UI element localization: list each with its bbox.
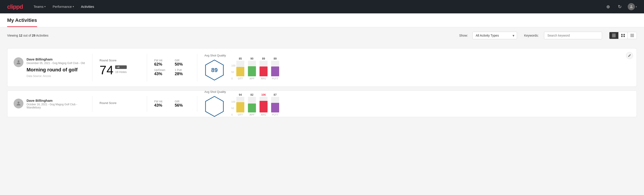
viewing-out-of: out of [23, 34, 31, 37]
bar-arg: 89 ARG [260, 57, 268, 80]
stat-gir-label: GIR [175, 100, 190, 103]
bar-app-fill [248, 104, 256, 112]
round-score-label: Round Score [100, 59, 140, 62]
bar-ott: 85 OTT [236, 57, 244, 80]
viewing-text: Viewing 12 out of 29 Activities [7, 34, 48, 37]
bar-putt: 89 PUTT [271, 57, 279, 80]
nav-item-teams[interactable]: Teams ▾ [34, 0, 46, 14]
bar-app-value: 82 [250, 93, 253, 96]
activity-type-select[interactable]: All Activity Types Round of Golf Practic… [472, 32, 517, 39]
svg-rect-9 [630, 35, 634, 35]
bar-app-label: APP [250, 113, 254, 116]
card-user-section: Dave Billingham December 05, 2021 - Gog … [14, 57, 85, 78]
svg-point-12 [18, 60, 20, 62]
stat-updown: Up/Down 43% [154, 68, 169, 76]
bar-ott: 94 OTT [236, 93, 244, 116]
activity-card: Dave Billingham December 05, 2021 - Gog … [7, 48, 637, 87]
y-label-50: 50 [232, 107, 236, 110]
y-label-100: 100 [232, 100, 236, 103]
user-name: Dave Billingham [26, 57, 85, 61]
filter-bar: Viewing 12 out of 29 Activities Show: Al… [0, 27, 644, 44]
nav-item-activities[interactable]: Activities [81, 0, 94, 14]
svg-point-14 [18, 102, 20, 104]
avg-shot-section: Avg Shot Quality 100 50 0 94 [204, 90, 303, 117]
user-date: October 16, 2021 - Gog Magog Golf Club -… [26, 103, 85, 109]
y-label-50: 50 [232, 71, 236, 74]
stat-fw-hit-label: FW Hit [154, 100, 169, 103]
y-label-100: 100 [232, 64, 236, 67]
user-avatar-row[interactable]: ▾ [628, 3, 637, 10]
svg-point-0 [630, 5, 632, 7]
view-grid-button[interactable] [618, 32, 628, 39]
score-row: 74 +4 18 Holes [100, 64, 140, 76]
round-score-label: Round Score [100, 101, 140, 105]
divider-3 [197, 54, 197, 81]
stat-gir-label: GIR [175, 59, 190, 62]
hexagon-container [204, 95, 224, 117]
stat-1putt-value: 28% [175, 72, 190, 76]
round-score-section: Round Score [100, 101, 140, 106]
add-button[interactable]: ⊕ [604, 3, 612, 10]
bar-app-value: 90 [250, 57, 253, 60]
teams-chevron-icon: ▾ [44, 5, 46, 8]
user-date: December 05, 2021 - Gog Magog Golf Club … [26, 62, 85, 65]
divider-2 [147, 54, 147, 81]
search-input[interactable] [544, 32, 602, 39]
svg-rect-6 [621, 36, 622, 37]
page-title: My Activities [7, 14, 37, 27]
bar-putt-fill [271, 66, 279, 76]
bar-putt: 87 PUTT [271, 93, 279, 116]
bar-arg: 106 ARG [260, 93, 268, 116]
stats-section: FW Hit 43% GIR 56% [154, 100, 190, 108]
bar-arg-fill [260, 101, 268, 112]
divider-3 [197, 96, 197, 112]
svg-rect-7 [624, 36, 625, 37]
stat-updown-label: Up/Down [154, 68, 169, 72]
score-badge: +4 [115, 65, 126, 69]
bar-app: 90 APP [248, 57, 256, 80]
hexagon-container: 89 [204, 59, 224, 81]
user-avatar [14, 98, 24, 108]
stats-section: FW Hit 62% GIR 50% Up/Down 43% 1 Putt 28… [154, 59, 190, 76]
bar-arg-fill [260, 66, 268, 76]
stat-grid: FW Hit 62% GIR 50% Up/Down 43% 1 Putt 28… [154, 59, 190, 76]
nav-item-performance[interactable]: Performance ▾ [53, 0, 74, 14]
bar-chart: 100 50 0 85 OTT 90 [232, 55, 303, 80]
bar-arg-label: ARG [261, 113, 266, 116]
navbar: clippd Teams ▾ Performance ▾ Activities … [0, 0, 644, 14]
divider-1 [92, 54, 92, 81]
view-compact-button[interactable] [628, 32, 637, 39]
svg-rect-4 [621, 34, 622, 35]
bar-putt-fill [271, 103, 279, 112]
card-title: Morning round of golf [26, 67, 85, 73]
avg-shot-label: Avg Shot Quality [204, 90, 226, 94]
edit-button[interactable] [626, 52, 633, 59]
stat-grid: FW Hit 43% GIR 56% [154, 100, 190, 108]
divider-2 [147, 96, 147, 112]
divider-1 [92, 96, 92, 112]
bar-putt-label: PUTT [272, 77, 278, 80]
svg-marker-15 [206, 96, 223, 116]
refresh-button[interactable]: ↻ [616, 3, 623, 10]
card-user-section: Dave Billingham October 16, 2021 - Gog M… [14, 98, 85, 109]
stat-fw-hit: FW Hit 62% [154, 59, 169, 67]
card-user-info: Dave Billingham December 05, 2021 - Gog … [26, 57, 85, 78]
stat-updown-value: 43% [154, 72, 169, 76]
stat-gir-value: 50% [175, 62, 190, 67]
activity-card: Dave Billingham October 16, 2021 - Gog M… [7, 90, 637, 117]
svg-rect-2 [612, 35, 616, 36]
avatar [628, 3, 635, 10]
show-label: Show: [459, 34, 468, 37]
stat-fw-hit: FW Hit 43% [154, 100, 169, 108]
nav-teams-label: Teams [34, 5, 44, 8]
bar-arg-label: ARG [261, 77, 266, 80]
nav-activities-label: Activities [81, 5, 94, 8]
logo: clippd [7, 3, 23, 10]
view-list-button[interactable] [610, 32, 618, 39]
user-chevron-icon: ▾ [636, 6, 637, 8]
card-source: Data Source: Arccos [26, 74, 85, 78]
performance-chevron-icon: ▾ [73, 5, 74, 8]
stat-gir: GIR 56% [175, 100, 190, 108]
stat-gir: GIR 50% [175, 59, 190, 67]
svg-rect-10 [630, 36, 634, 36]
